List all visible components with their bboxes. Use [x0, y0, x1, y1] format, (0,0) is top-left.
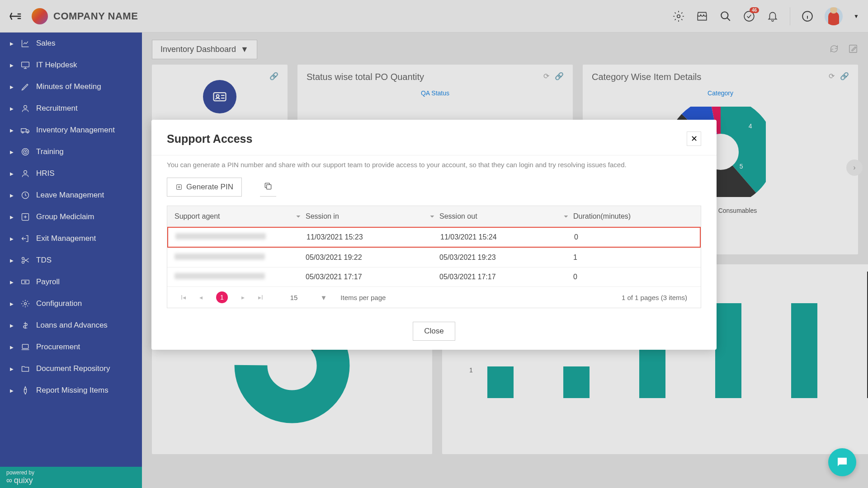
next-page-button[interactable]: ▸ [241, 294, 245, 301]
filter-icon[interactable]: ⏷ [563, 213, 569, 220]
support-access-modal: Support Access ✕ You can generate a PIN … [151, 120, 717, 350]
agent-email-redacted [175, 253, 265, 260]
caret-down-icon[interactable]: ▼ [320, 294, 327, 301]
agent-email-redacted [175, 233, 266, 239]
generate-pin-button[interactable]: Generate PIN [167, 178, 242, 197]
page-size-select[interactable]: 15 [290, 294, 298, 301]
filter-icon[interactable]: ⏷ [296, 213, 301, 220]
modal-overlay: Support Access ✕ You can generate a PIN … [0, 0, 868, 488]
modal-title: Support Access [167, 132, 252, 145]
prev-page-button[interactable]: ◂ [199, 294, 203, 301]
table-row[interactable]: 11/03/2021 15:23 11/03/2021 15:24 0 [167, 227, 701, 248]
copy-icon[interactable] [260, 178, 276, 197]
sessions-table: Support agent⏷ Session in⏷ Session out⏷ … [167, 206, 701, 308]
page-current[interactable]: 1 [216, 291, 228, 303]
table-header: Support agent⏷ Session in⏷ Session out⏷ … [167, 206, 701, 227]
table-row[interactable]: 05/03/2021 17:17 05/03/2021 17:17 0 [167, 267, 701, 286]
svg-rect-28 [267, 184, 271, 189]
table-row[interactable]: 05/03/2021 19:22 05/03/2021 19:23 1 [167, 248, 701, 267]
chat-icon[interactable] [828, 448, 856, 476]
page-info: 1 of 1 pages (3 items) [622, 294, 687, 301]
last-page-button[interactable]: ▸I [258, 294, 263, 301]
modal-description: You can generate a PIN number and share … [167, 161, 701, 169]
items-per-page-label: Items per page [340, 294, 386, 301]
close-icon[interactable]: ✕ [687, 131, 701, 146]
agent-email-redacted [175, 273, 265, 279]
first-page-button[interactable]: I◂ [181, 294, 186, 301]
filter-icon[interactable]: ⏷ [429, 213, 435, 220]
pager: I◂ ◂ 1 ▸ ▸I 15 ▼ Items per page 1 of 1 p… [167, 286, 701, 308]
close-button[interactable]: Close [413, 322, 455, 341]
